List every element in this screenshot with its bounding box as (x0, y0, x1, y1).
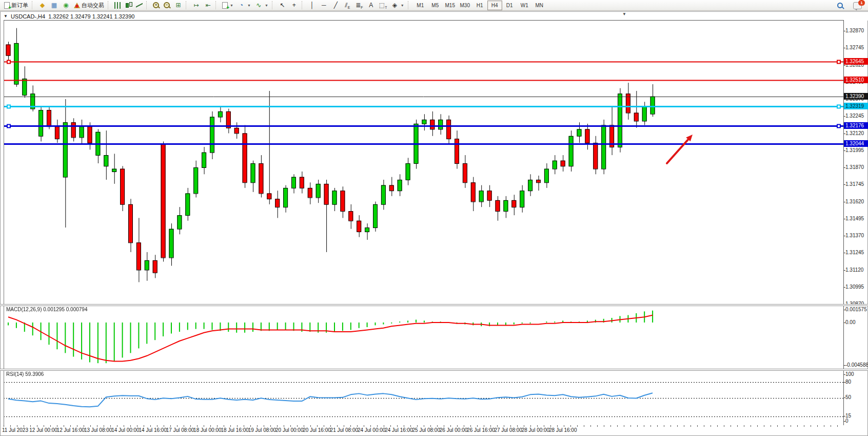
search-button[interactable] (835, 1, 846, 10)
toolbar-separator (272, 1, 275, 9)
chart-shift-icon: ⇤ (204, 2, 212, 9)
time-axis-ticks (4, 425, 843, 427)
timeframe-button-h1[interactable]: H1 (472, 1, 487, 10)
macd-pane-canvas[interactable] (4, 306, 843, 369)
timeframe-button-m1[interactable]: M1 (413, 1, 428, 10)
timeframe-button-m5[interactable]: M5 (428, 1, 443, 10)
notifications-button[interactable]: 1 (851, 1, 864, 10)
trendline-icon: ╱ (332, 2, 340, 9)
vertical-line-icon[interactable]: │ (306, 1, 318, 10)
chevron-down-icon: ▼ (247, 4, 251, 7)
text-label-icon[interactable]: ⬚T (377, 1, 389, 10)
cursor-icon[interactable]: ↖ (277, 1, 288, 10)
price-line-badge-1.32044[interactable]: 1.32044 (844, 140, 868, 147)
periods-dropdown[interactable]: ◔▼ (235, 1, 253, 10)
chart-ohlc-readout: 1.32262 1.32479 1.32241 1.32390 (48, 13, 134, 20)
autotrading-cone-icon (74, 3, 80, 8)
price-line-badge-1.32176[interactable]: 1.32176 (844, 122, 868, 129)
crosshair-icon[interactable]: + (288, 1, 300, 10)
channel-icon: ⫽E (344, 2, 351, 9)
bar-chart-icon (114, 2, 121, 9)
timeframe-button-mn[interactable]: MN (532, 1, 547, 10)
indicators-dropdown[interactable]: ∿▼ (253, 1, 270, 10)
channel-icon[interactable]: ⫽E (342, 1, 353, 10)
toolbar: +新订单◆▦◉自动交易+−⊞↦⇤+▼◔▼∿▼↖+│─╱⫽E≣FA⬚T◈▼ M1M… (0, 0, 868, 11)
time-axis-label: 14 Jul 16:00 (139, 427, 167, 433)
auto-trading-button[interactable]: 自动交易 (72, 1, 106, 10)
text-icon[interactable]: A (365, 1, 377, 10)
price-line-badge-1.32390[interactable]: 1.32390 (844, 93, 868, 100)
zoom-out-icon: − (164, 2, 170, 9)
chart-shift-icon[interactable]: ⇤ (202, 1, 214, 10)
axis-price-label: 1.31370 (845, 233, 868, 239)
time-axis-label: 28 Jul 16:00 (549, 427, 577, 433)
time-axis-label: 28 Jul 00:00 (522, 427, 550, 433)
timeframe-button-m30[interactable]: M30 (458, 1, 472, 10)
axis-price-label: 1.31745 (845, 181, 868, 187)
rsi-axis-label: 50 (845, 394, 868, 401)
toolbar-separator (108, 1, 111, 9)
chat-icon: 1 (853, 2, 862, 9)
auto-scroll-icon[interactable]: ↦ (190, 1, 202, 10)
price-line-badge-1.32319[interactable]: 1.32319 (844, 103, 868, 109)
line-chart-icon[interactable] (134, 1, 145, 10)
price-line-badge-1.32645[interactable]: 1.32645 (844, 58, 868, 65)
collapse-triangle-icon[interactable]: ▼ (4, 14, 8, 18)
indicators-dropdown: ∿ (255, 2, 263, 9)
time-axis-label: 21 Jul 08:00 (330, 427, 359, 433)
macd-axis-label: 0.00 (845, 319, 868, 326)
macd-label: MACD(12,26,9) 0.001295 0.000794 (6, 307, 87, 312)
price-line-badge-1.32510[interactable]: 1.32510 (844, 77, 868, 83)
timeframe-button-w1[interactable]: W1 (517, 1, 532, 10)
vertical-line-icon: │ (308, 2, 316, 9)
time-axis-label: 14 Jul 00:00 (111, 427, 140, 433)
profiles-icon: ▦ (50, 2, 58, 9)
chevron-down-icon: ▼ (401, 4, 404, 7)
rsi-axis-label: 100 (845, 371, 868, 377)
shapes-dropdown[interactable]: ◈▼ (389, 1, 406, 10)
rsi-pane-splitter[interactable] (0, 369, 868, 371)
auto-trading-button-label: 自动交易 (82, 2, 104, 9)
axis-price-label: 1.32120 (845, 130, 868, 137)
signals-icon[interactable]: ◉ (60, 1, 72, 10)
price-chart-canvas[interactable] (4, 21, 843, 304)
chart-title-bar[interactable]: ▼ USDCAD-,H4 1.32262 1.32479 1.32241 1.3… (1, 12, 868, 21)
search-icon (837, 2, 844, 9)
macd-pane-splitter[interactable] (0, 304, 868, 306)
tile-windows-icon[interactable]: ⊞ (172, 1, 184, 10)
time-axis-label: 18 Jul 00:00 (193, 427, 222, 433)
timeframe-button-h4[interactable]: H4 (487, 1, 502, 10)
horizontal-line-icon[interactable]: ─ (318, 1, 330, 10)
time-axis-label: 12 Jul 00:00 (29, 427, 57, 433)
time-axis-label: 24 Jul 16:00 (385, 427, 413, 433)
axis-price-label: 1.32745 (845, 45, 868, 51)
new-order-button[interactable]: +新订单 (2, 1, 30, 10)
fibonacci-icon[interactable]: ≣F (353, 1, 365, 10)
chart-symbol-period: USDCAD-,H4 (11, 13, 45, 20)
time-axis-label: 20 Jul 00:00 (275, 427, 304, 433)
zoom-out-icon[interactable]: − (162, 1, 172, 10)
line-glyph-icon (136, 2, 143, 9)
toolbar-separator (408, 1, 411, 9)
axis-price-label: 1.31870 (845, 164, 868, 170)
new-chart-dropdown[interactable]: +▼ (220, 1, 235, 10)
timeframe-button-m15[interactable]: M15 (443, 1, 458, 10)
chart-shift-marker-icon[interactable]: ▼ (622, 12, 626, 16)
candlestick-icon[interactable] (123, 1, 134, 10)
rsi-pane-canvas[interactable] (4, 370, 843, 425)
zoom-in-icon[interactable]: + (151, 1, 162, 10)
toolbar-separator (32, 1, 35, 9)
time-axis-label: 27 Jul 08:00 (494, 427, 522, 433)
rsi-axis-label: 80 (845, 379, 868, 385)
notification-badge: 1 (858, 0, 865, 6)
timeframe-button-d1[interactable]: D1 (502, 1, 517, 10)
axis-price-label: 1.31620 (845, 199, 868, 205)
chevron-down-icon: ▼ (265, 4, 268, 7)
styles-icon[interactable]: ◆ (36, 1, 48, 10)
bar-chart-icon[interactable] (112, 1, 123, 10)
cursor-icon: ↖ (279, 2, 286, 9)
profiles-icon[interactable]: ▦ (48, 1, 60, 10)
time-axis-label: 26 Jul 00:00 (440, 427, 468, 433)
axis-price-label: 1.30995 (845, 284, 868, 290)
trendline-icon[interactable]: ╱ (330, 1, 342, 10)
